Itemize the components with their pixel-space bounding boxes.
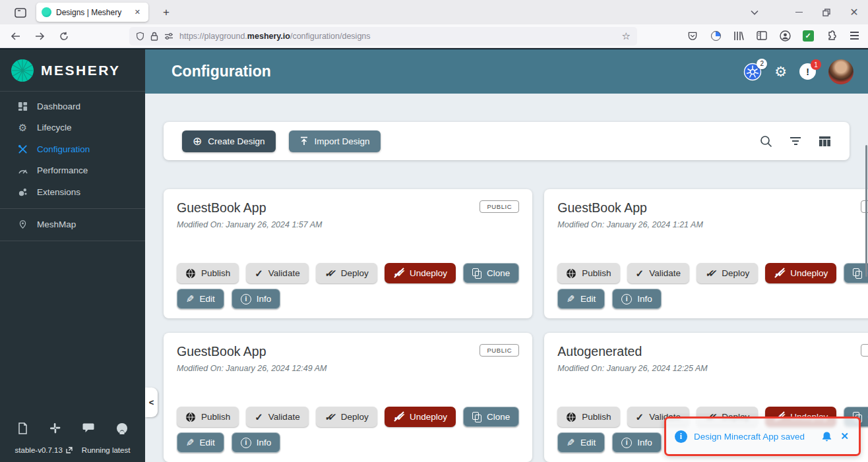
library-icon[interactable] [731, 28, 746, 43]
design-card: GuestBook App PUBLIC Modified On: Januar… [164, 189, 532, 318]
toast-message: Design Minecraft App saved [694, 432, 805, 442]
meshery-logo[interactable]: MESHERY [0, 49, 145, 92]
edit-button[interactable]: ✎ Edit [177, 432, 224, 453]
version-link[interactable]: stable-v0.7.13 [15, 446, 73, 454]
info-button[interactable]: i Info [232, 432, 281, 453]
external-link-icon [66, 447, 73, 453]
info-button[interactable]: i Info [612, 289, 662, 309]
modified-date: Modified On: January 26, 2024 12:49 AM [177, 364, 519, 373]
docs-icon[interactable] [17, 422, 28, 434]
globe-icon [185, 268, 196, 279]
deploy-button[interactable]: ✓✓ Deploy [316, 407, 377, 427]
menu-hamburger-icon[interactable] [847, 28, 861, 43]
publish-button[interactable]: Publish [557, 407, 619, 427]
sidebar-item-performance[interactable]: Performance [0, 160, 145, 182]
undeploy-button[interactable]: ✓✓ Undeploy [385, 407, 456, 427]
github-icon[interactable] [116, 422, 128, 434]
search-icon[interactable] [760, 135, 772, 148]
sidebar-collapse-button[interactable]: < [145, 388, 158, 417]
publish-button[interactable]: Publish [177, 263, 239, 283]
pencil-icon: ✎ [567, 293, 575, 305]
validate-button[interactable]: ✓ Validate [246, 263, 308, 283]
undeploy-button[interactable]: ✓✓ Undeploy [765, 263, 836, 283]
tracking-shield-icon[interactable] [136, 32, 144, 41]
info-button[interactable]: i Info [612, 432, 662, 453]
info-button[interactable]: i Info [232, 289, 281, 309]
designs-toolbar: ⊕ Create Design Import Design [164, 122, 850, 160]
undeploy-button[interactable]: ✓✓ Undeploy [385, 263, 456, 283]
chat-icon[interactable] [82, 422, 94, 434]
clone-button[interactable]: Clone [463, 263, 519, 283]
sidebar-item-dashboard[interactable]: Dashboard [0, 96, 145, 117]
filter-icon[interactable] [790, 137, 801, 145]
back-button[interactable] [7, 28, 24, 44]
sidebar-divider [0, 208, 145, 209]
edit-button[interactable]: ✎ Edit [557, 289, 605, 309]
table-view-icon[interactable] [819, 136, 831, 147]
design-title: Autogenerated [557, 344, 642, 359]
notification-badge: 1 [811, 59, 821, 70]
sidebar-item-lifecycle[interactable]: ⚙ Lifecycle [0, 117, 145, 139]
clone-button[interactable]: Clone [844, 263, 868, 283]
info-icon: i [621, 294, 632, 304]
tab-close-icon[interactable]: ✕ [132, 7, 143, 18]
tab-title: Designs | Meshery [56, 8, 127, 17]
browser-tab[interactable]: Designs | Meshery ✕ [36, 3, 148, 22]
pencil-icon: ✎ [186, 293, 195, 305]
firefox-view-icon[interactable] [12, 6, 29, 19]
window-restore-button[interactable] [813, 0, 840, 24]
bookmark-star-icon[interactable]: ☆ [622, 30, 631, 42]
publish-button[interactable]: Publish [557, 263, 619, 283]
deploy-button[interactable]: ✓✓ Deploy [697, 263, 758, 283]
checker-extension-icon[interactable]: ✓ [801, 28, 815, 43]
visibility-badge: PUBLIC [861, 344, 868, 357]
edit-button[interactable]: ✎ Edit [177, 289, 224, 309]
slack-icon[interactable] [49, 422, 61, 434]
toast-close-icon[interactable]: ✕ [839, 430, 850, 442]
designs-content: ⊕ Create Design Import Design [145, 94, 868, 462]
puzzle-extension-icon[interactable] [824, 28, 838, 43]
pencil-icon: ✎ [186, 437, 195, 449]
create-design-button[interactable]: ⊕ Create Design [182, 130, 276, 152]
bell-icon[interactable] [821, 431, 832, 442]
design-title: GuestBook App [177, 344, 266, 359]
sidebar-toggle-icon[interactable] [755, 28, 769, 43]
deploy-button[interactable]: ✓✓ Deploy [316, 263, 377, 283]
page-title: Configuration [171, 63, 271, 80]
validate-button[interactable]: ✓ Validate [627, 263, 689, 283]
validate-button[interactable]: ✓ Validate [246, 407, 308, 427]
page-scrollbar[interactable] [865, 145, 867, 277]
new-tab-button[interactable]: + [158, 5, 174, 20]
kubernetes-context-button[interactable]: 2 [743, 63, 762, 81]
plus-circle-icon: ⊕ [193, 136, 202, 147]
globe-icon [185, 412, 196, 422]
copy-icon [472, 412, 481, 422]
pocket-icon[interactable] [685, 28, 700, 43]
sidebar: MESHERY Dashboard ⚙ Lifecycle Configurat… [0, 49, 145, 462]
window-minimize-button[interactable] [785, 0, 813, 24]
lock-icon[interactable] [150, 32, 158, 41]
notification-button[interactable]: ! 1 [799, 63, 816, 80]
list-all-tabs-icon[interactable] [747, 6, 762, 19]
sidebar-item-extensions[interactable]: Extensions [0, 181, 145, 203]
import-design-button[interactable]: Import Design [289, 130, 381, 152]
url-bar[interactable]: https://playground.meshery.io/configurat… [129, 27, 637, 45]
reload-button[interactable] [55, 28, 73, 44]
account-icon[interactable] [778, 28, 792, 43]
meshery-favicon [42, 7, 51, 17]
publish-button[interactable]: Publish [177, 407, 239, 427]
browser-navbar: https://playground.meshery.io/configurat… [0, 24, 868, 48]
edit-button[interactable]: ✎ Edit [557, 432, 605, 453]
meshery-logo-icon [11, 59, 34, 82]
user-avatar[interactable] [828, 59, 853, 84]
forward-button[interactable] [31, 28, 48, 44]
sidebar-item-configuration[interactable]: Configuration [0, 138, 145, 160]
sidebar-item-meshmap[interactable]: MeshMap [0, 214, 145, 236]
settings-button[interactable]: ⚙ [774, 64, 787, 80]
clone-button[interactable]: Clone [463, 407, 519, 427]
brand-name: MESHERY [41, 63, 121, 78]
permissions-icon[interactable] [164, 32, 173, 40]
window-close-button[interactable]: ✕ [840, 0, 868, 24]
timer-extension-icon[interactable] [708, 28, 723, 43]
check-icon: ✓ [255, 268, 263, 278]
